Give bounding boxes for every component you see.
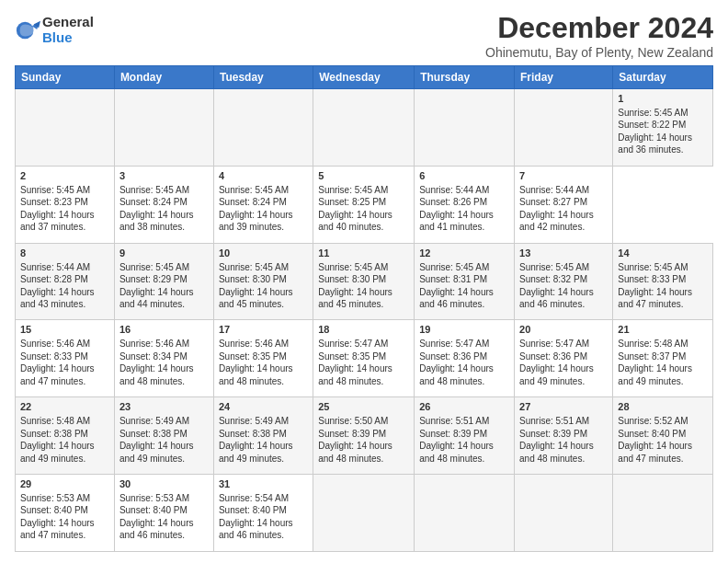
title-block: December 2024 Ohinemutu, Bay of Plenty, … (485, 11, 713, 60)
table-row: 28Sunrise: 5:52 AMSunset: 8:40 PMDayligh… (613, 397, 713, 475)
calendar-week-5: 22Sunrise: 5:48 AMSunset: 8:38 PMDayligh… (16, 397, 713, 475)
col-monday: Monday (114, 66, 213, 89)
table-row: 9Sunrise: 5:45 AMSunset: 8:29 PMDaylight… (114, 243, 213, 320)
subtitle: Ohinemutu, Bay of Plenty, New Zealand (485, 45, 713, 60)
col-tuesday: Tuesday (213, 66, 313, 89)
col-wednesday: Wednesday (313, 66, 415, 89)
table-row (415, 475, 515, 552)
calendar-week-2: 2Sunrise: 5:45 AMSunset: 8:23 PMDaylight… (16, 166, 713, 243)
logo: General Blue (15, 15, 94, 45)
table-row: 16Sunrise: 5:46 AMSunset: 8:34 PMDayligh… (114, 320, 213, 397)
table-row: 2Sunrise: 5:45 AMSunset: 8:23 PMDaylight… (16, 166, 115, 243)
table-row: 31Sunrise: 5:54 AMSunset: 8:40 PMDayligh… (213, 475, 313, 552)
table-row: 29Sunrise: 5:53 AMSunset: 8:40 PMDayligh… (16, 475, 115, 552)
table-row: 3Sunrise: 5:45 AMSunset: 8:24 PMDaylight… (114, 166, 213, 243)
header: General Blue December 2024 Ohinemutu, Ba… (15, 11, 713, 60)
table-row (613, 475, 713, 552)
table-row: 30Sunrise: 5:53 AMSunset: 8:40 PMDayligh… (114, 475, 213, 552)
empty-cell (313, 89, 415, 167)
page: General Blue December 2024 Ohinemutu, Ba… (0, 0, 728, 563)
calendar-header-row: Sunday Monday Tuesday Wednesday Thursday… (16, 66, 713, 89)
logo-text: General Blue (42, 15, 94, 45)
calendar-week-3: 8Sunrise: 5:44 AMSunset: 8:28 PMDaylight… (16, 243, 713, 320)
table-row: 17Sunrise: 5:46 AMSunset: 8:35 PMDayligh… (213, 320, 313, 397)
table-row: 26Sunrise: 5:51 AMSunset: 8:39 PMDayligh… (415, 397, 515, 475)
col-friday: Friday (515, 66, 613, 89)
table-row (313, 475, 415, 552)
col-thursday: Thursday (415, 66, 515, 89)
table-row: 18Sunrise: 5:47 AMSunset: 8:35 PMDayligh… (313, 320, 415, 397)
table-row: 8Sunrise: 5:44 AMSunset: 8:28 PMDaylight… (16, 243, 115, 320)
calendar-week-4: 15Sunrise: 5:46 AMSunset: 8:33 PMDayligh… (16, 320, 713, 397)
empty-cell (213, 89, 313, 167)
table-row: 15Sunrise: 5:46 AMSunset: 8:33 PMDayligh… (16, 320, 115, 397)
table-row: 21Sunrise: 5:48 AMSunset: 8:37 PMDayligh… (613, 320, 713, 397)
main-title: December 2024 (485, 11, 713, 45)
table-row: 27Sunrise: 5:51 AMSunset: 8:39 PMDayligh… (515, 397, 613, 475)
table-row: 13Sunrise: 5:45 AMSunset: 8:32 PMDayligh… (515, 243, 613, 320)
table-row: 6Sunrise: 5:44 AMSunset: 8:26 PMDaylight… (415, 166, 515, 243)
calendar-week-6: 29Sunrise: 5:53 AMSunset: 8:40 PMDayligh… (16, 475, 713, 552)
table-row: 14Sunrise: 5:45 AMSunset: 8:33 PMDayligh… (613, 243, 713, 320)
table-row: 25Sunrise: 5:50 AMSunset: 8:39 PMDayligh… (313, 397, 415, 475)
col-sunday: Sunday (16, 66, 115, 89)
calendar: Sunday Monday Tuesday Wednesday Thursday… (15, 65, 713, 552)
table-row: 22Sunrise: 5:48 AMSunset: 8:38 PMDayligh… (16, 397, 115, 475)
table-row: 10Sunrise: 5:45 AMSunset: 8:30 PMDayligh… (213, 243, 313, 320)
table-row: 19Sunrise: 5:47 AMSunset: 8:36 PMDayligh… (415, 320, 515, 397)
logo-blue: Blue (42, 30, 94, 46)
col-saturday: Saturday (613, 66, 713, 89)
logo-icon (15, 17, 40, 43)
empty-cell (415, 89, 515, 167)
empty-cell (515, 89, 613, 167)
table-row (515, 475, 613, 552)
table-row: 5Sunrise: 5:45 AMSunset: 8:25 PMDaylight… (313, 166, 415, 243)
table-row: 12Sunrise: 5:45 AMSunset: 8:31 PMDayligh… (415, 243, 515, 320)
table-row: 4Sunrise: 5:45 AMSunset: 8:24 PMDaylight… (213, 166, 313, 243)
table-row: 7Sunrise: 5:44 AMSunset: 8:27 PMDaylight… (515, 166, 613, 243)
table-row: 23Sunrise: 5:49 AMSunset: 8:38 PMDayligh… (114, 397, 213, 475)
table-row: 24Sunrise: 5:49 AMSunset: 8:38 PMDayligh… (213, 397, 313, 475)
logo-general: General (42, 15, 94, 30)
table-row: 1Sunrise: 5:45 AMSunset: 8:22 PMDaylight… (613, 89, 713, 167)
table-row: 20Sunrise: 5:47 AMSunset: 8:36 PMDayligh… (515, 320, 613, 397)
empty-cell (114, 89, 213, 167)
table-row: 11Sunrise: 5:45 AMSunset: 8:30 PMDayligh… (313, 243, 415, 320)
empty-cell (16, 89, 115, 167)
calendar-week-1: 1Sunrise: 5:45 AMSunset: 8:22 PMDaylight… (16, 89, 713, 167)
